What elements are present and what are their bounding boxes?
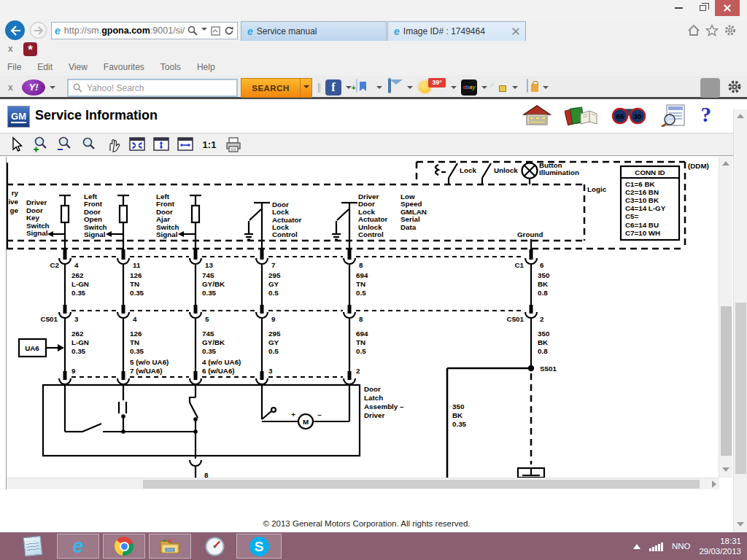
compatibility-icon[interactable] <box>211 26 220 36</box>
binoculars-65-30-icon[interactable]: 65 30 <box>611 104 647 127</box>
mail-icon[interactable] <box>388 78 391 93</box>
yahoo-search-input[interactable]: Yahoo! Search <box>67 79 238 97</box>
menu-tools[interactable]: Tools <box>160 62 181 72</box>
tray-time: 18:31 <box>699 536 741 546</box>
facebook-icon[interactable]: f <box>325 79 341 96</box>
bookmark-icon[interactable]: + <box>356 79 357 93</box>
minimize-button[interactable] <box>668 0 689 16</box>
diagram-vertical-scrollbar[interactable] <box>719 157 732 478</box>
taskbar-explorer-button[interactable] <box>149 534 191 559</box>
yahoo-logo[interactable]: Y! <box>22 79 45 96</box>
scroll-up-icon[interactable] <box>737 114 744 118</box>
network-label[interactable]: NNO <box>672 542 691 551</box>
favorites-star-icon[interactable] <box>705 24 719 36</box>
select-cursor-tool[interactable] <box>7 135 26 154</box>
svg-text:GY: GY <box>268 338 279 346</box>
home-icon[interactable] <box>522 104 552 127</box>
forward-arrow-icon <box>34 26 44 35</box>
actual-size-tool[interactable]: 1:1 <box>200 135 219 154</box>
chevron-down-icon[interactable] <box>201 28 207 34</box>
zoom-out-tool[interactable] <box>55 135 74 154</box>
page-footer: © 2013 General Motors Corporation. All r… <box>0 489 733 532</box>
tray-overflow-icon[interactable] <box>633 540 640 549</box>
weather-icon[interactable]: 39° <box>419 79 446 96</box>
scroll-up-icon[interactable] <box>722 161 729 166</box>
chevron-down-icon[interactable] <box>451 86 457 92</box>
chevron-down-icon[interactable] <box>481 86 487 92</box>
scroll-right-icon[interactable] <box>712 481 716 488</box>
help-icon[interactable]: ? <box>701 103 712 127</box>
tab-service-manual[interactable]: e Service manual <box>241 21 387 41</box>
refresh-icon[interactable] <box>224 26 234 36</box>
print-tool[interactable] <box>224 135 243 154</box>
scrollbar-thumb[interactable] <box>143 480 700 489</box>
svg-text:0.5: 0.5 <box>356 289 366 297</box>
forward-button[interactable] <box>30 22 47 39</box>
chevron-down-icon[interactable] <box>50 86 55 92</box>
chevron-down-icon[interactable] <box>376 86 382 92</box>
taskbar-notepad-button[interactable] <box>18 534 48 559</box>
yahoo-close-button[interactable]: x <box>8 82 13 93</box>
chevron-down-icon[interactable] <box>543 86 549 92</box>
diagram-horizontal-scrollbar[interactable] <box>7 478 719 489</box>
search-icon[interactable] <box>187 26 198 36</box>
tab-close-icon[interactable] <box>512 28 519 35</box>
svg-text:Control: Control <box>358 230 384 238</box>
service-manuals-icon[interactable] <box>565 104 598 127</box>
svg-text:8: 8 <box>204 471 209 478</box>
chevron-down-icon[interactable] <box>407 86 413 92</box>
window-titlebar[interactable] <box>0 0 747 20</box>
close-button[interactable] <box>715 0 740 16</box>
toolbar-close-button[interactable]: x <box>8 44 13 54</box>
search-options-caret[interactable] <box>301 78 312 98</box>
roboform-icon[interactable]: * <box>23 42 37 56</box>
taskbar-chrome-button[interactable] <box>103 534 145 559</box>
scrollbar-thumb[interactable] <box>721 306 732 456</box>
svg-text:Speed: Speed <box>400 200 422 208</box>
toolbar-menu-button[interactable] <box>700 78 720 98</box>
toolbar-gear-icon[interactable] <box>727 79 742 94</box>
taskbar-gauge-button[interactable] <box>198 534 231 559</box>
svg-text:Control: Control <box>272 230 298 238</box>
fit-height-tool[interactable] <box>152 135 171 154</box>
network-signal-icon[interactable] <box>649 542 663 551</box>
scroll-down-icon[interactable] <box>737 522 744 526</box>
zoom-in-tool[interactable] <box>31 135 50 154</box>
minimize-icon <box>675 7 683 9</box>
toolbar-grip <box>318 83 320 93</box>
menu-file[interactable]: File <box>7 62 21 72</box>
pan-hand-tool[interactable] <box>104 135 123 154</box>
menu-help[interactable]: Help <box>197 62 215 72</box>
home-icon[interactable] <box>687 24 700 36</box>
address-bar[interactable]: e http://sm.gpona.com:9001/si/ <box>51 22 238 39</box>
svg-text:65: 65 <box>616 112 624 120</box>
clock[interactable]: 18:31 29/03/2013 <box>699 536 741 556</box>
scrollbar-thumb[interactable] <box>735 303 746 474</box>
menu-favourites[interactable]: Favourites <box>104 62 144 72</box>
fit-width-tool[interactable] <box>176 135 195 154</box>
fit-page-tool[interactable] <box>128 135 147 154</box>
document-search-icon[interactable] <box>659 104 689 127</box>
page-vertical-scrollbar[interactable] <box>733 109 747 532</box>
svg-text:0.35: 0.35 <box>202 289 217 297</box>
tab-image-id[interactable]: e Image ID# : 1749464 <box>387 21 526 41</box>
chevron-down-icon[interactable] <box>512 86 518 92</box>
back-button[interactable] <box>5 20 25 40</box>
scroll-down-icon[interactable] <box>722 467 729 472</box>
yahoo-search-button[interactable]: SEARCH <box>241 78 301 98</box>
taskbar-ie-button[interactable]: e <box>57 534 99 559</box>
ebay-icon[interactable]: ebay <box>461 79 477 96</box>
plus-badge: + <box>352 84 356 91</box>
menu-edit[interactable]: Edit <box>37 62 53 72</box>
diagram-viewport[interactable]: .w{stroke:#000;stroke-width:2.2;fill:non… <box>6 157 732 489</box>
lock-unlock-switches: Lock Unlock <box>436 163 518 184</box>
arrow-shape: ↗ <box>488 82 495 89</box>
svg-text:Actuator: Actuator <box>358 215 387 223</box>
chrome-icon <box>115 537 133 556</box>
shopping-icon[interactable] <box>527 79 528 93</box>
taskbar-skype-button[interactable]: S <box>236 534 282 559</box>
settings-gear-icon[interactable] <box>724 24 737 36</box>
restore-button[interactable] <box>692 0 713 16</box>
magnifier-tool[interactable] <box>80 135 98 154</box>
menu-view[interactable]: View <box>69 62 88 72</box>
